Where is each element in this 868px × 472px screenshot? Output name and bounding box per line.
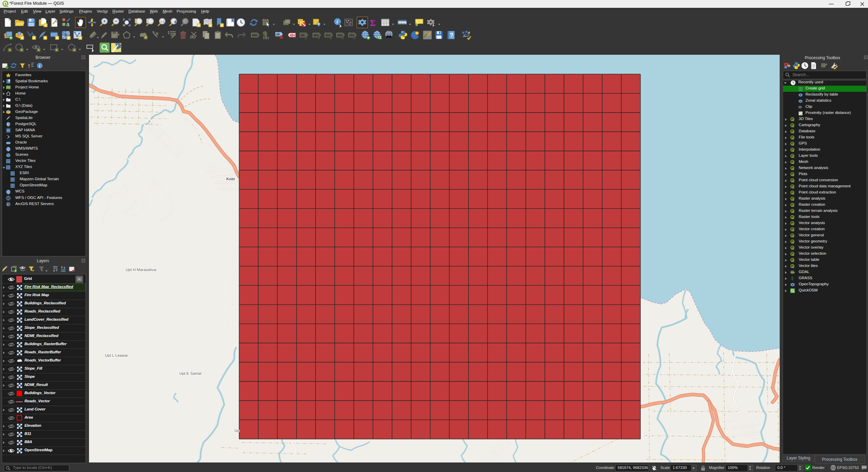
svg-text:abc: abc [252,33,258,37]
svg-text:ab: ab [276,32,280,36]
svg-text:Up: Up [234,428,240,433]
svg-text:abc: abc [314,33,320,37]
svg-text:Σ: Σ [370,18,375,28]
svg-text:abc: abc [337,33,343,37]
svg-text:Upt L Leawai: Upt L Leawai [105,353,128,357]
svg-text:3: 3 [7,203,8,206]
svg-text:abc: abc [349,33,355,37]
svg-text:Kobi: Kobi [226,177,235,181]
svg-text:1:1: 1:1 [161,20,165,23]
svg-text:abc: abc [325,33,332,37]
svg-text:ε: ε [42,269,43,272]
svg-text:Upt H Marasahua: Upt H Marasahua [126,268,157,272]
svg-text:Upt E Samal: Upt E Samal [179,371,201,375]
svg-text:?: ? [450,32,453,38]
svg-text:a: a [66,21,70,27]
svg-text:abc: abc [290,33,296,37]
svg-text:ab: ab [301,33,305,37]
svg-text:GDAL: GDAL [791,272,795,273]
